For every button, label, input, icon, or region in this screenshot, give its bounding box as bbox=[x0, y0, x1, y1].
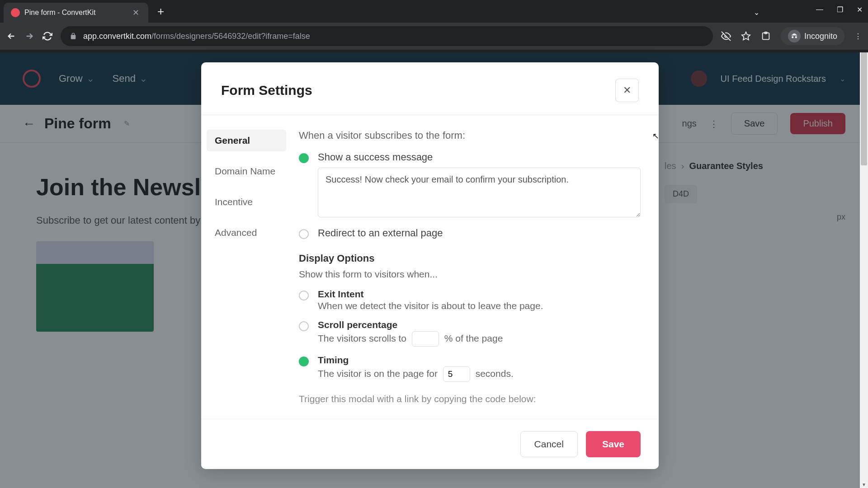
scroll-desc: The visitors scrolls to % of the page bbox=[318, 331, 503, 347]
display-options-sub: Show this form to visitors when... bbox=[299, 269, 641, 280]
browser-chrome: Pine form - ConvertKit ✕ + ⌄ ― ❐ ✕ app.c… bbox=[0, 0, 868, 52]
eye-off-icon[interactable] bbox=[721, 31, 731, 41]
lock-icon bbox=[70, 33, 77, 40]
exit-intent-desc: When we detect the visitor is about to l… bbox=[318, 300, 543, 311]
tab-domain-name[interactable]: Domain Name bbox=[207, 160, 286, 182]
svg-marker-0 bbox=[742, 32, 750, 40]
form-settings-modal: Form Settings ✕ General Domain Name Ince… bbox=[201, 62, 659, 469]
favicon-icon bbox=[11, 8, 20, 17]
scroll-percent-input[interactable] bbox=[412, 331, 439, 347]
url-field[interactable]: app.convertkit.com/forms/designers/56469… bbox=[61, 26, 713, 46]
star-icon[interactable] bbox=[741, 31, 751, 41]
modal-content: When a visitor subscribes to the form: S… bbox=[292, 115, 659, 419]
display-options-heading: Display Options bbox=[299, 253, 641, 264]
address-bar: app.convertkit.com/forms/designers/56469… bbox=[0, 23, 868, 50]
close-window-icon[interactable]: ✕ bbox=[857, 5, 863, 14]
scrollbar[interactable]: ▲ ▼ bbox=[860, 52, 868, 488]
new-tab-button[interactable]: + bbox=[157, 5, 164, 19]
checkbox-exit-intent[interactable] bbox=[299, 291, 309, 300]
scroll-down-icon[interactable]: ▼ bbox=[860, 482, 868, 487]
browser-tab[interactable]: Pine form - ConvertKit ✕ bbox=[4, 3, 148, 23]
option-exit-intent: Exit Intent When we detect the visitor i… bbox=[299, 289, 641, 311]
incognito-badge[interactable]: Incognito bbox=[781, 27, 844, 45]
success-message-input[interactable] bbox=[318, 168, 641, 217]
option-scroll-percentage: Scroll percentage The visitors scrolls t… bbox=[299, 319, 641, 347]
modal-sidebar: General Domain Name Incentive Advanced bbox=[201, 115, 292, 419]
option-success-message: Show a success message bbox=[299, 151, 641, 219]
cancel-button[interactable]: Cancel bbox=[520, 431, 578, 457]
radio-redirect[interactable] bbox=[299, 229, 309, 239]
back-icon[interactable] bbox=[6, 31, 16, 41]
extensions-icon[interactable] bbox=[761, 31, 771, 41]
tab-advanced[interactable]: Advanced bbox=[207, 222, 286, 244]
reload-icon[interactable] bbox=[42, 31, 52, 41]
tab-general[interactable]: General bbox=[207, 130, 286, 151]
radio-success-label: Show a success message bbox=[318, 151, 641, 163]
timing-desc: The visitor is on the page for seconds. bbox=[318, 366, 514, 382]
timing-title: Timing bbox=[318, 355, 514, 366]
close-icon[interactable]: ✕ bbox=[131, 8, 141, 18]
forward-icon[interactable] bbox=[24, 31, 34, 41]
option-timing: Timing The visitor is on the page for se… bbox=[299, 355, 641, 382]
timing-seconds-input[interactable] bbox=[443, 366, 470, 382]
radio-success[interactable] bbox=[299, 153, 309, 163]
checkbox-scroll[interactable] bbox=[299, 321, 309, 331]
scroll-title: Scroll percentage bbox=[318, 319, 503, 330]
option-redirect: Redirect to an external page bbox=[299, 227, 641, 239]
incognito-icon bbox=[788, 30, 801, 42]
checkbox-timing[interactable] bbox=[299, 357, 309, 366]
trigger-instructions: Trigger this modal with a link by copyin… bbox=[299, 394, 641, 404]
kebab-menu-icon[interactable]: ⋮ bbox=[854, 32, 862, 41]
modal-body: General Domain Name Incentive Advanced W… bbox=[201, 115, 659, 419]
radio-redirect-label: Redirect to an external page bbox=[318, 227, 443, 239]
minimize-icon[interactable]: ― bbox=[816, 5, 823, 14]
exit-intent-title: Exit Intent bbox=[318, 289, 543, 300]
save-button[interactable]: Save bbox=[586, 431, 641, 457]
modal-title: Form Settings bbox=[221, 83, 312, 98]
subscribe-section-label: When a visitor subscribes to the form: bbox=[299, 130, 641, 141]
close-button[interactable]: ✕ bbox=[615, 79, 639, 102]
tab-incentive[interactable]: Incentive bbox=[207, 191, 286, 213]
tabs-chevron-icon[interactable]: ⌄ bbox=[754, 8, 760, 17]
modal-header: Form Settings ✕ bbox=[201, 62, 659, 115]
modal-footer: Cancel Save bbox=[201, 419, 659, 469]
scroll-thumb[interactable] bbox=[861, 52, 867, 165]
window-controls: ― ❐ ✕ bbox=[816, 5, 863, 14]
maximize-icon[interactable]: ❐ bbox=[837, 5, 843, 14]
tab-title: Pine form - ConvertKit bbox=[24, 9, 126, 17]
tab-bar: Pine form - ConvertKit ✕ + ⌄ ― ❐ ✕ bbox=[0, 0, 868, 23]
url-text: app.convertkit.com/forms/designers/56469… bbox=[83, 32, 310, 41]
